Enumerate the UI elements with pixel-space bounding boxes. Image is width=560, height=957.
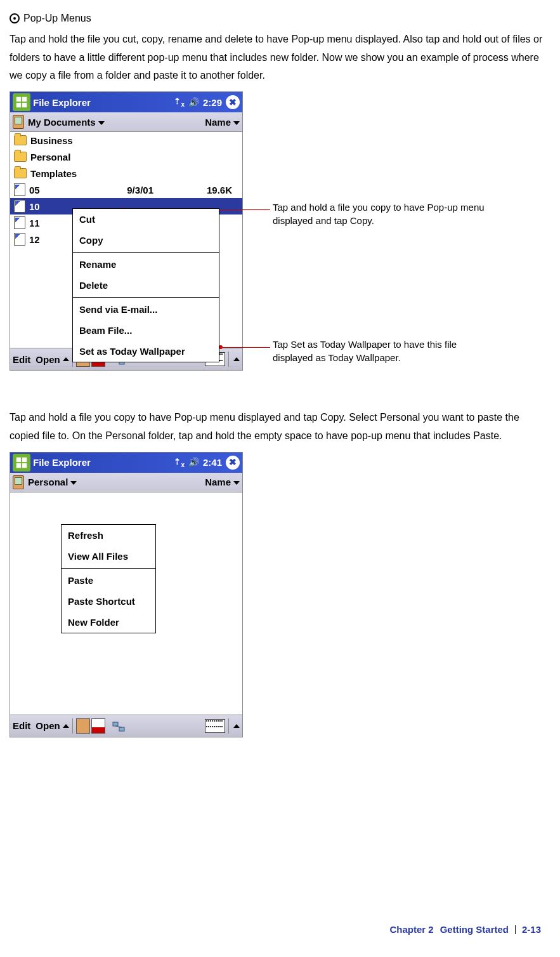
folder-row[interactable]: Personal xyxy=(10,148,242,165)
pda-tool-icon[interactable] xyxy=(76,718,90,734)
chevron-down-icon xyxy=(98,121,105,125)
file-icon xyxy=(14,216,25,229)
keyboard-icon[interactable] xyxy=(205,719,225,733)
menu-rename[interactable]: Rename xyxy=(73,254,219,275)
context-menu: Refresh View All Files Paste Paste Short… xyxy=(61,524,156,633)
chevron-up-icon[interactable] xyxy=(233,357,240,361)
divider xyxy=(228,718,229,734)
callout-line xyxy=(223,347,270,348)
menu-paste-shortcut[interactable]: Paste Shortcut xyxy=(62,591,155,612)
menu-delete[interactable]: Delete xyxy=(73,275,219,296)
start-icon[interactable] xyxy=(13,454,30,472)
file-row[interactable]: 05 9/3/01 19.6K xyxy=(10,182,242,198)
folder-icon xyxy=(14,168,27,178)
file-date: 9/3/01 xyxy=(90,182,153,199)
menu-cut[interactable]: Cut xyxy=(73,209,219,230)
sort-label[interactable]: Name xyxy=(205,473,240,491)
folder-name: Personal xyxy=(30,148,70,166)
edit-menu[interactable]: Edit xyxy=(13,717,30,734)
open-menu[interactable]: Open xyxy=(36,717,60,734)
location-label[interactable]: My Documents xyxy=(28,114,105,131)
device-icon xyxy=(13,115,24,129)
menu-set-wallpaper[interactable]: Set as Today Wallpaper xyxy=(73,341,219,362)
file-list-empty[interactable]: Refresh View All Files Paste Paste Short… xyxy=(10,492,242,715)
footer-divider xyxy=(515,925,516,934)
footer-section: Getting Started xyxy=(440,921,509,938)
callout-1: Tap and hold a file you copy to have Pop… xyxy=(273,201,488,227)
menu-beam-file[interactable]: Beam File... xyxy=(73,320,219,341)
svg-rect-8 xyxy=(22,458,27,462)
chevron-up-icon[interactable] xyxy=(233,724,240,728)
svg-rect-10 xyxy=(22,463,27,468)
svg-rect-3 xyxy=(22,103,27,107)
sort-label[interactable]: Name xyxy=(205,114,240,131)
file-icon xyxy=(14,183,25,196)
file-size: 19.6K xyxy=(157,182,238,199)
svg-rect-2 xyxy=(16,103,21,107)
app-title: File Explorer xyxy=(33,94,91,111)
file-icon xyxy=(14,233,25,246)
bullet-icon xyxy=(10,13,20,23)
card-tool-icon[interactable] xyxy=(91,718,105,734)
paragraph-2: Tap and hold a file you copy to have Pop… xyxy=(10,409,550,446)
file-name: 05 xyxy=(29,182,86,199)
open-menu[interactable]: Open xyxy=(36,351,60,368)
path-bar: My Documents Name xyxy=(10,112,242,132)
folder-name: Business xyxy=(30,132,73,149)
clock: 2:29 xyxy=(203,94,222,111)
app-title: File Explorer xyxy=(33,454,91,471)
folder-icon xyxy=(14,135,27,145)
chevron-down-icon xyxy=(233,121,240,125)
start-icon[interactable] xyxy=(13,93,30,111)
signal-icon: ⇡x xyxy=(174,454,185,471)
path-bar: Personal Name xyxy=(10,473,242,492)
svg-rect-0 xyxy=(16,97,21,102)
menu-view-all[interactable]: View All Files xyxy=(62,546,155,567)
menu-copy[interactable]: Copy xyxy=(73,230,219,251)
close-icon[interactable]: ✖ xyxy=(226,456,240,470)
chevron-down-icon xyxy=(70,481,77,485)
file-icon xyxy=(14,200,25,213)
callout-2: Tap Set as Today Wallpaper to have this … xyxy=(273,338,482,364)
device-icon xyxy=(13,475,24,489)
close-icon[interactable]: ✖ xyxy=(226,95,240,109)
figure-1: File Explorer ⇡x 🔊 2:29 ✖ My Documents N… xyxy=(10,91,550,390)
title-bar: File Explorer ⇡x 🔊 2:29 ✖ xyxy=(10,92,242,112)
figure-2: File Explorer ⇡x 🔊 2:41 ✖ Personal Name … xyxy=(10,452,550,737)
section-heading: Pop-Up Menus xyxy=(10,10,550,28)
location-label[interactable]: Personal xyxy=(28,473,77,491)
device-screenshot-1: File Explorer ⇡x 🔊 2:29 ✖ My Documents N… xyxy=(10,91,243,371)
menu-refresh[interactable]: Refresh xyxy=(62,525,155,546)
signal-icon: ⇡x xyxy=(174,94,185,110)
folder-row[interactable]: Templates xyxy=(10,165,242,182)
svg-line-13 xyxy=(115,726,122,727)
svg-rect-9 xyxy=(16,463,21,468)
heading-text: Pop-Up Menus xyxy=(23,10,91,28)
menu-send-email[interactable]: Send via E-mail... xyxy=(73,299,219,320)
svg-rect-12 xyxy=(119,727,124,731)
folder-name: Templates xyxy=(30,165,77,182)
bottom-bar: Edit Open xyxy=(10,715,242,737)
chevron-down-icon xyxy=(233,481,240,485)
menu-new-folder[interactable]: New Folder xyxy=(62,612,155,633)
svg-rect-11 xyxy=(113,722,118,726)
svg-rect-1 xyxy=(22,97,27,102)
chevron-up-icon xyxy=(63,357,69,361)
intro-paragraph: Tap and hold the file you cut, copy, ren… xyxy=(10,30,550,85)
clock: 2:41 xyxy=(203,454,222,471)
device-screenshot-2: File Explorer ⇡x 🔊 2:41 ✖ Personal Name … xyxy=(10,452,243,737)
edit-menu[interactable]: Edit xyxy=(13,351,30,368)
folder-row[interactable]: Business xyxy=(10,132,242,148)
divider xyxy=(72,718,73,734)
context-menu: Cut Copy Rename Delete Send via E-mail..… xyxy=(72,208,219,362)
speaker-icon[interactable]: 🔊 xyxy=(188,95,199,110)
footer-chapter: Chapter 2 xyxy=(389,921,433,938)
speaker-icon[interactable]: 🔊 xyxy=(188,454,199,470)
folder-icon xyxy=(14,152,27,162)
divider xyxy=(228,352,229,367)
menu-paste[interactable]: Paste xyxy=(62,570,155,591)
network-tool-icon[interactable] xyxy=(112,720,126,732)
footer-page: 2-13 xyxy=(522,921,541,938)
page-footer: Chapter 2 Getting Started 2-13 xyxy=(389,921,541,938)
title-bar: File Explorer ⇡x 🔊 2:41 ✖ xyxy=(10,452,242,473)
